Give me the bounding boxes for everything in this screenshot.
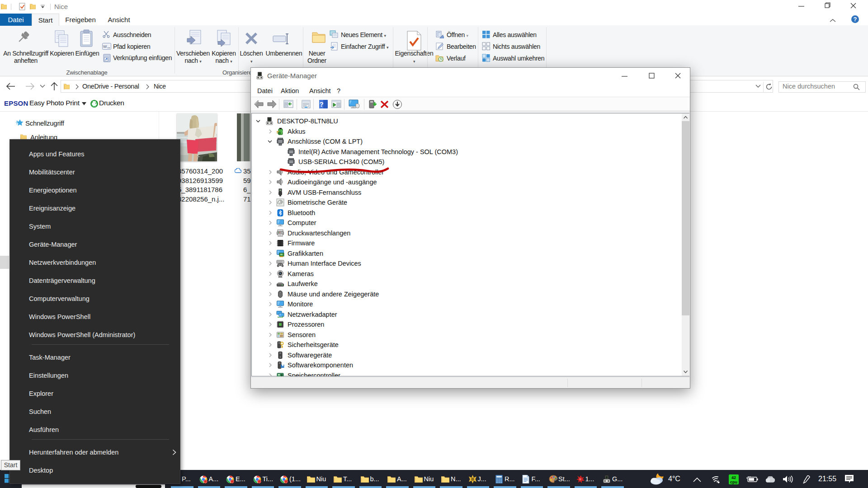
svg-text:?: ? — [319, 100, 323, 108]
svg-text:W: W — [103, 44, 107, 49]
